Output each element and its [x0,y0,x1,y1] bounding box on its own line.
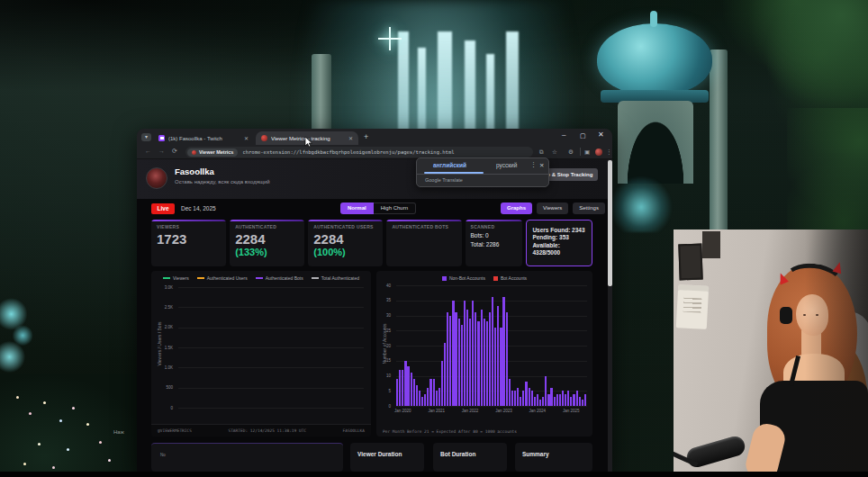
picture-frame [702,231,720,258]
google-translate-popup: английский русский ⋮ ✕ Google Translate [416,158,549,187]
x-tick-label: Jan 2025 [563,409,580,413]
reload-icon[interactable]: ⟳ [172,148,177,155]
bar [404,361,406,406]
back-icon[interactable]: ← [145,148,151,154]
mode-normal-button[interactable]: Normal [340,202,374,214]
y-tick-label: 35 [376,298,393,302]
tab-search-button[interactable]: ▾ [141,133,151,141]
date-label: Dec 14, 2025 [181,205,216,212]
bar [439,388,440,406]
legend-item[interactable]: Authenticated Bots [256,275,303,281]
tab-close-icon[interactable]: ✕ [348,135,353,141]
mode-high-churn-button[interactable]: High Churn [374,202,416,214]
translate-menu-icon[interactable]: ⋮ [530,161,537,168]
scrollbar-thumb[interactable] [608,160,612,286]
forward-icon[interactable]: → [158,148,165,154]
bar [444,343,446,406]
viewer-metrics-extension-icon[interactable] [595,148,602,156]
translate-tab-russian[interactable]: русский [496,162,517,168]
bar [461,325,463,406]
bar [531,391,533,406]
screen: Наж ▾ (1k) Fasoollka - Twitch ✕ Viewer M… [0,0,868,477]
bar [477,321,479,406]
glowing-flowers [0,297,38,382]
bar [562,391,564,406]
tab-viewers[interactable]: Viewers [537,202,568,214]
y-tick-label: 40 [376,284,393,288]
legend-item[interactable]: Total Authenticated [312,275,359,281]
bar-chart-legend: Non-Bot AccountsBot Accounts [376,275,592,281]
legend-swatch [163,277,170,279]
extension-chip[interactable]: Viewer Metrics [187,148,238,157]
tab-graphs[interactable]: Graphs [501,202,532,214]
bar [502,297,504,406]
bar [402,370,403,406]
bar [500,328,502,406]
bar [579,397,581,406]
tab-close-icon[interactable]: ✕ [244,135,249,141]
chart-gridline [396,285,587,286]
footer-streamer: FASOOLLKA [343,428,365,433]
y-tick-label: 3.0K [151,285,176,290]
y-tick-label: 10 [376,374,393,378]
notes-text: No [160,453,166,457]
legend-item[interactable]: Viewers [163,275,189,281]
bar [441,361,443,406]
stat-label: VIEWERS [157,224,221,230]
legend-label: Non-Bot Accounts [449,275,485,281]
screen-bottom-bar [0,472,868,477]
x-tick-label: Jan 2024 [529,409,547,413]
chart-gridline [178,328,364,328]
legend-swatch [312,277,319,279]
stat-value: 2284 [313,231,377,247]
translate-caption: Google Translate [425,177,463,183]
bookmark-star-icon[interactable]: ☆ [552,148,557,156]
translate-icon[interactable]: ⧉ [539,148,544,156]
extension-a-icon[interactable]: ▣ [584,148,590,156]
bar [570,397,572,406]
viewer-duration-card: Viewer Duration [350,443,424,472]
translate-close-icon[interactable]: ✕ [539,162,544,169]
tab-settings[interactable]: Settings [573,202,605,214]
extensions-icon[interactable]: ⚙ [568,148,574,156]
line-chart-yticks: 3.0K2.5K2.0K1.5K1.0K5000 [151,287,176,408]
tab-twitch[interactable]: (1k) Fasoollka - Twitch ✕ [153,131,254,145]
close-window-button[interactable]: ✕ [598,130,604,139]
x-tick-label: Jan 2023 [495,409,512,413]
toolbar-divider [580,148,581,156]
x-tick-label: Jan 2021 [428,409,445,413]
line-chart-panel: ViewersAuthenticated UsersAuthenticated … [151,271,371,436]
stat-percent: (133%) [235,247,299,257]
maximize-button[interactable]: ▢ [580,132,586,140]
stop-tracking-button[interactable]: e & Stop Tracking [542,168,598,181]
live-badge: Live [151,203,175,214]
chart-gridline [178,388,364,389]
legend-item[interactable]: Non-Bot Accounts [442,275,485,281]
browser-menu-icon[interactable]: ⋮ [606,148,612,156]
y-tick-label: 2.5K [151,305,176,310]
y-tick-label: 1.0K [151,365,176,370]
legend-swatch [493,276,498,281]
y-tick-label: 5 [376,389,393,393]
bar [509,379,511,406]
extension-chip-icon [192,150,196,155]
stat-label: AUTHENTICATED BOTS [392,224,456,230]
bar [525,382,527,406]
translate-tab-english[interactable]: английский [433,162,466,168]
tote-bag [676,284,709,329]
bot-duration-card: Bot Duration [433,443,507,472]
url-field[interactable]: Viewer Metrics chrome-extension://lfnbgd… [185,147,533,158]
legend-item[interactable]: Authenticated Users [197,275,248,281]
bar [449,316,451,407]
bar [411,373,412,406]
stat-card-authenticated: AUTHENTICATED 2284 (133%) [230,220,304,266]
streamer-name: Fasoollka [175,166,214,176]
y-tick-label: 2.0K [151,325,176,329]
page-scrollbar[interactable] [608,159,612,472]
footer-started: STARTED: 12/14/2025 11:38:19 UTC [228,428,306,433]
minimize-button[interactable]: – [562,130,565,139]
legend-item[interactable]: Bot Accounts [493,275,527,281]
new-tab-button[interactable]: + [364,132,368,141]
stat-label: SCANNED [471,224,518,230]
bar [522,391,524,406]
